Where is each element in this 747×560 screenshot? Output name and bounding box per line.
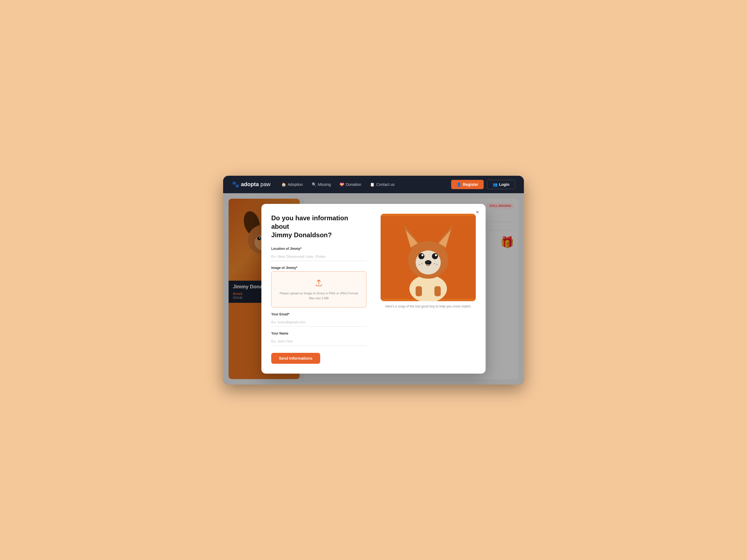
- close-icon: ×: [476, 209, 479, 215]
- modal-image-area: Here's a snap of the lost good boy to he…: [376, 204, 486, 374]
- nav-donation[interactable]: 💝 Donation: [340, 182, 361, 187]
- nav-adoption[interactable]: 🏠 Adoption: [281, 182, 303, 187]
- email-field-group: Your Email*: [271, 312, 366, 327]
- logo-light: paw: [261, 181, 271, 187]
- logo-bold: adopta: [241, 181, 259, 187]
- information-modal: × Do you have information about Jimmy Do…: [261, 204, 486, 374]
- login-label: Login: [499, 182, 509, 187]
- submit-label: Send Informations: [279, 356, 312, 361]
- location-input[interactable]: [271, 252, 366, 261]
- navbar: 🐾 adoptapaw 🏠 Adoption 🔍 Missing 💝 Donat…: [223, 176, 524, 193]
- image-label: Image of Jimmy*: [271, 266, 366, 270]
- send-informations-button[interactable]: Send Informations: [271, 353, 320, 364]
- svg-rect-12: [435, 286, 441, 296]
- upload-icon: [278, 278, 360, 289]
- nav-contact[interactable]: 📋 Contact us: [370, 182, 394, 187]
- svg-point-27: [434, 263, 435, 264]
- dog-photo-container: [381, 214, 476, 301]
- upload-text-line2: Max size 5 MB: [309, 296, 329, 300]
- nav-missing-label: Missing: [318, 182, 331, 187]
- nav-links: 🏠 Adoption 🔍 Missing 💝 Donation 📋 Contac…: [281, 182, 440, 187]
- main-content: Jimmy Dona Breed Ocicat Status STILL MIS…: [223, 193, 524, 384]
- login-button[interactable]: 👥 Login: [487, 180, 515, 189]
- contact-icon: 📋: [370, 182, 375, 187]
- nav-actions: 👤 Register 👥 Login: [451, 180, 515, 189]
- location-field-group: Location of Jimmy*: [271, 247, 366, 261]
- screen-wrapper: 🐾 adoptapaw 🏠 Adoption 🔍 Missing 💝 Donat…: [223, 176, 524, 384]
- nav-adoption-label: Adoption: [288, 182, 303, 187]
- svg-point-26: [419, 264, 420, 265]
- register-button[interactable]: 👤 Register: [451, 180, 484, 189]
- nav-donation-label: Donation: [346, 182, 361, 187]
- upload-text: Please upload an Image of Jimmy in PNG o…: [278, 291, 360, 301]
- image-upload-area[interactable]: Please upload an Image of Jimmy in PNG o…: [271, 271, 366, 308]
- heart-icon: 💝: [340, 182, 344, 187]
- svg-point-28: [436, 264, 437, 265]
- svg-point-19: [418, 253, 424, 259]
- modal-title: Do you have information about Jimmy Dona…: [271, 214, 366, 239]
- location-label: Location of Jimmy*: [271, 247, 366, 250]
- modal-form-area: Do you have information about Jimmy Dona…: [261, 204, 376, 374]
- upload-text-line1: Please upload an Image of Jimmy in PNG o…: [280, 292, 358, 295]
- nav-contact-label: Contact us: [376, 182, 394, 187]
- modal-title-line2: Jimmy Donaldson?: [271, 231, 332, 239]
- dog-caption: Here's a snap of the lost good boy to he…: [385, 304, 471, 308]
- nav-missing[interactable]: 🔍 Missing: [312, 182, 331, 187]
- home-icon: 🏠: [281, 182, 286, 187]
- dog-photo: [381, 214, 476, 301]
- logo: 🐾 adoptapaw: [232, 181, 271, 188]
- svg-point-24: [427, 261, 429, 262]
- register-icon: 👤: [457, 182, 461, 187]
- login-icon: 👥: [493, 182, 497, 187]
- search-icon: 🔍: [312, 182, 316, 187]
- svg-rect-11: [416, 286, 422, 296]
- paw-icon: 🐾: [232, 181, 239, 188]
- svg-point-22: [435, 254, 437, 256]
- email-label: Your Email*: [271, 312, 366, 316]
- register-label: Register: [463, 182, 478, 187]
- svg-point-20: [432, 253, 438, 259]
- modal-close-button[interactable]: ×: [473, 208, 481, 216]
- name-field-group: Your Name: [271, 331, 366, 346]
- svg-point-25: [421, 263, 422, 264]
- name-label: Your Name: [271, 331, 366, 335]
- svg-point-21: [421, 254, 423, 256]
- image-field-group: Image of Jimmy* Please upload an Image o…: [271, 266, 366, 308]
- name-input[interactable]: [271, 337, 366, 346]
- modal-title-line1: Do you have information about: [271, 214, 348, 230]
- email-input[interactable]: [271, 318, 366, 327]
- modal-overlay: × Do you have information about Jimmy Do…: [223, 193, 524, 384]
